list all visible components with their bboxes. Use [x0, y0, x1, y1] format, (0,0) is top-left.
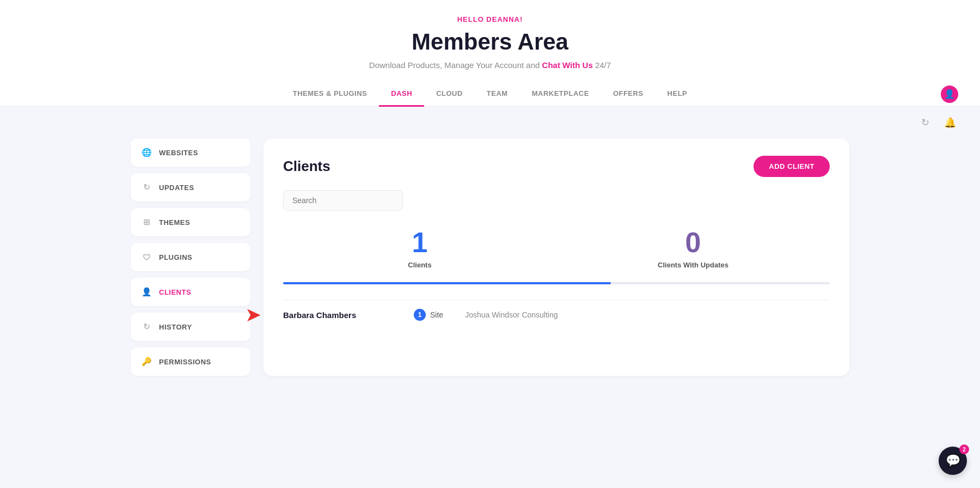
permissions-icon: 🔑: [142, 356, 152, 367]
sidebar-item-updates[interactable]: ↻ UPDATES: [131, 173, 250, 202]
nav-item-help[interactable]: HELP: [656, 82, 700, 107]
content-title: Clients: [283, 158, 330, 175]
nav-item-marketplace[interactable]: MARKETPLACE: [520, 82, 601, 107]
chat-button[interactable]: 💬 2: [939, 447, 967, 475]
add-client-button[interactable]: ADD CLIENT: [754, 156, 830, 177]
updates-icon: ↻: [142, 182, 152, 193]
chat-badge: 2: [959, 444, 969, 454]
stat-clients-number: 1: [283, 228, 556, 257]
stat-updates-number: 0: [556, 228, 830, 257]
stat-updates-label: Clients With Updates: [556, 261, 830, 269]
header: HELLO DEANNA! Members Area Download Prod…: [0, 0, 980, 107]
clients-icon: 👤: [142, 286, 152, 297]
stat-clients-label: Clients: [283, 261, 556, 269]
arrow-pointer: ➤: [245, 303, 261, 326]
greeting-text: HELLO DEANNA!: [0, 15, 980, 23]
page-title: Members Area: [0, 29, 980, 55]
sidebar: 🌐 WEBSITES ↻ UPDATES ⊞ THEMES 🛡 PLUGINS …: [131, 138, 250, 376]
user-avatar[interactable]: 👤: [941, 86, 958, 103]
client-list: ➤ Barbara Chambers 1 Site Joshua Windsor…: [283, 300, 830, 330]
sidebar-label-themes: THEMES: [159, 218, 190, 227]
main-nav: THEMES & PLUGINS DASH CLOUD TEAM MARKETP…: [0, 82, 980, 107]
nav-item-cloud[interactable]: CLOUD: [424, 82, 475, 107]
subtitle-pre: Download Products, Manage Your Account a…: [369, 60, 542, 70]
sites-badge: 1: [414, 309, 426, 321]
table-row[interactable]: ➤ Barbara Chambers 1 Site Joshua Windsor…: [283, 300, 830, 330]
search-input[interactable]: [283, 190, 403, 211]
sidebar-label-history: HISTORY: [159, 323, 192, 331]
sidebar-label-plugins: PLUGINS: [159, 253, 192, 261]
sidebar-label-clients: CLIENTS: [159, 288, 191, 296]
main-layout: 🌐 WEBSITES ↻ UPDATES ⊞ THEMES 🛡 PLUGINS …: [109, 138, 871, 398]
sidebar-label-permissions: PERMISSIONS: [159, 358, 211, 366]
sidebar-item-plugins[interactable]: 🛡 PLUGINS: [131, 243, 250, 271]
plugins-icon: 🛡: [142, 252, 152, 263]
chat-link[interactable]: Chat With Us: [542, 60, 593, 70]
sidebar-item-history[interactable]: ↻ HISTORY: [131, 313, 250, 341]
content-header: Clients ADD CLIENT: [283, 156, 830, 177]
refresh-icon[interactable]: ↻: [917, 114, 933, 131]
history-icon: ↻: [142, 321, 152, 332]
progress-bar-track: [283, 282, 830, 284]
themes-icon: ⊞: [142, 217, 152, 228]
avatar-icon: 👤: [944, 89, 955, 99]
progress-bar-fill: [283, 282, 611, 284]
globe-icon: 🌐: [142, 147, 152, 158]
client-name: Barbara Chambers: [283, 310, 392, 320]
sidebar-item-themes[interactable]: ⊞ THEMES: [131, 208, 250, 236]
chat-icon: 💬: [946, 454, 960, 468]
sidebar-label-websites: WEBSITES: [159, 149, 198, 157]
sidebar-label-updates: UPDATES: [159, 184, 194, 192]
nav-item-themes-plugins[interactable]: THEMES & PLUGINS: [281, 82, 379, 107]
client-company: Joshua Windsor Consulting: [465, 310, 558, 319]
subtitle-post: 24/7: [595, 60, 611, 70]
stat-clients: 1 Clients: [283, 228, 556, 269]
bell-icon[interactable]: 🔔: [942, 114, 958, 131]
sidebar-item-clients[interactable]: 👤 CLIENTS: [131, 278, 250, 306]
subtitle: Download Products, Manage Your Account a…: [0, 60, 980, 70]
client-sites: 1 Site: [414, 309, 443, 321]
stat-clients-updates: 0 Clients With Updates: [556, 228, 830, 269]
content-area: Clients ADD CLIENT 1 Clients 0 Clients W…: [264, 138, 849, 376]
toolbar: ↻ 🔔: [0, 107, 980, 138]
stats-row: 1 Clients 0 Clients With Updates: [283, 228, 830, 269]
sidebar-item-permissions[interactable]: 🔑 PERMISSIONS: [131, 347, 250, 376]
sites-label: Site: [430, 310, 443, 319]
nav-item-dash[interactable]: DASH: [379, 82, 424, 107]
nav-item-offers[interactable]: OFFERS: [601, 82, 656, 107]
nav-item-team[interactable]: TEAM: [475, 82, 520, 107]
sidebar-item-websites[interactable]: 🌐 WEBSITES: [131, 138, 250, 167]
